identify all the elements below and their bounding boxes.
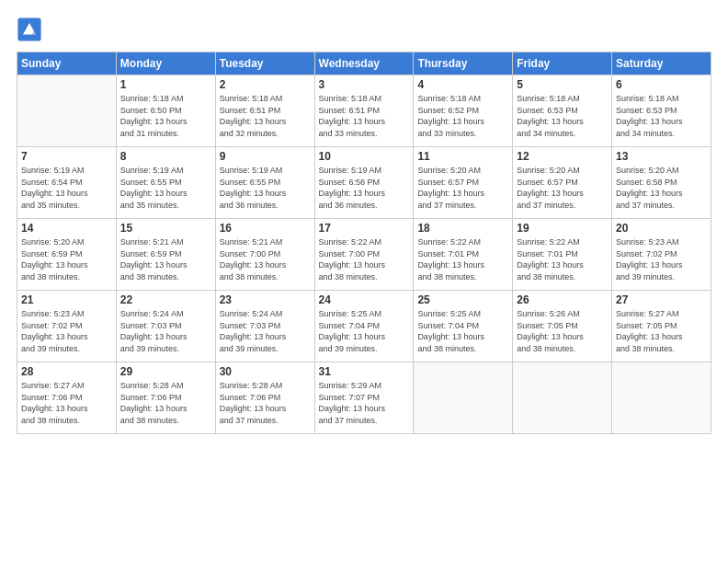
- day-info: Sunrise: 5:19 AMSunset: 6:55 PMDaylight:…: [220, 165, 311, 211]
- calendar-week-row: 7Sunrise: 5:19 AMSunset: 6:54 PMDaylight…: [17, 147, 711, 219]
- day-info: Sunrise: 5:20 AMSunset: 6:59 PMDaylight:…: [21, 236, 112, 282]
- day-number: 12: [517, 150, 608, 163]
- calendar-header-row: SundayMondayTuesdayWednesdayThursdayFrid…: [17, 52, 711, 75]
- calendar-cell: 26Sunrise: 5:26 AMSunset: 7:05 PMDayligh…: [513, 291, 612, 362]
- day-number: 1: [120, 78, 211, 91]
- calendar-cell: 24Sunrise: 5:25 AMSunset: 7:04 PMDayligh…: [314, 291, 414, 362]
- day-number: 22: [120, 293, 211, 306]
- day-number: 3: [319, 78, 410, 91]
- day-info: Sunrise: 5:19 AMSunset: 6:54 PMDaylight:…: [21, 165, 112, 211]
- day-info: Sunrise: 5:27 AMSunset: 7:06 PMDaylight:…: [21, 380, 112, 426]
- day-number: 28: [21, 365, 112, 378]
- day-number: 26: [517, 293, 608, 306]
- day-number: 29: [120, 365, 211, 378]
- calendar-cell: 4Sunrise: 5:18 AMSunset: 6:52 PMDaylight…: [414, 75, 513, 147]
- calendar-table: SundayMondayTuesdayWednesdayThursdayFrid…: [17, 52, 711, 434]
- day-number: 2: [220, 78, 311, 91]
- day-number: 24: [319, 293, 410, 306]
- day-info: Sunrise: 5:24 AMSunset: 7:03 PMDaylight:…: [220, 308, 311, 354]
- calendar-cell: 21Sunrise: 5:23 AMSunset: 7:02 PMDayligh…: [17, 291, 117, 362]
- calendar-cell: 3Sunrise: 5:18 AMSunset: 6:51 PMDaylight…: [314, 75, 414, 147]
- calendar-cell: 11Sunrise: 5:20 AMSunset: 6:57 PMDayligh…: [414, 147, 513, 219]
- day-header-friday: Friday: [513, 52, 612, 75]
- day-info: Sunrise: 5:24 AMSunset: 7:03 PMDaylight:…: [120, 308, 211, 354]
- calendar-cell: [17, 75, 117, 147]
- day-info: Sunrise: 5:18 AMSunset: 6:53 PMDaylight:…: [517, 93, 608, 139]
- calendar-cell: 30Sunrise: 5:28 AMSunset: 7:06 PMDayligh…: [215, 362, 314, 434]
- day-number: 23: [220, 293, 311, 306]
- day-info: Sunrise: 5:18 AMSunset: 6:52 PMDaylight:…: [417, 93, 508, 139]
- calendar-cell: 9Sunrise: 5:19 AMSunset: 6:55 PMDaylight…: [215, 147, 314, 219]
- calendar-cell: 25Sunrise: 5:25 AMSunset: 7:04 PMDayligh…: [414, 291, 513, 362]
- calendar-week-row: 14Sunrise: 5:20 AMSunset: 6:59 PMDayligh…: [17, 219, 711, 291]
- day-number: 20: [616, 222, 707, 235]
- day-info: Sunrise: 5:18 AMSunset: 6:50 PMDaylight:…: [120, 93, 211, 139]
- day-number: 9: [220, 150, 311, 163]
- day-header-wednesday: Wednesday: [314, 52, 414, 75]
- day-info: Sunrise: 5:20 AMSunset: 6:57 PMDaylight:…: [517, 165, 608, 211]
- day-header-tuesday: Tuesday: [215, 52, 314, 75]
- day-info: Sunrise: 5:19 AMSunset: 6:55 PMDaylight:…: [120, 165, 211, 211]
- day-info: Sunrise: 5:25 AMSunset: 7:04 PMDaylight:…: [417, 308, 508, 354]
- calendar-cell: 8Sunrise: 5:19 AMSunset: 6:55 PMDaylight…: [116, 147, 215, 219]
- calendar-cell: 16Sunrise: 5:21 AMSunset: 7:00 PMDayligh…: [215, 219, 314, 291]
- day-header-monday: Monday: [116, 52, 215, 75]
- day-header-saturday: Saturday: [612, 52, 711, 75]
- calendar-cell: 28Sunrise: 5:27 AMSunset: 7:06 PMDayligh…: [17, 362, 117, 434]
- day-info: Sunrise: 5:21 AMSunset: 7:00 PMDaylight:…: [220, 236, 311, 282]
- day-info: Sunrise: 5:22 AMSunset: 7:01 PMDaylight:…: [517, 236, 608, 282]
- day-info: Sunrise: 5:20 AMSunset: 6:57 PMDaylight:…: [417, 165, 508, 211]
- day-number: 11: [417, 150, 508, 163]
- day-number: 18: [417, 222, 508, 235]
- day-info: Sunrise: 5:20 AMSunset: 6:58 PMDaylight:…: [616, 165, 707, 211]
- calendar-cell: 7Sunrise: 5:19 AMSunset: 6:54 PMDaylight…: [17, 147, 117, 219]
- day-number: 31: [319, 365, 410, 378]
- day-info: Sunrise: 5:18 AMSunset: 6:53 PMDaylight:…: [616, 93, 707, 139]
- day-number: 5: [517, 78, 608, 91]
- day-info: Sunrise: 5:23 AMSunset: 7:02 PMDaylight:…: [616, 236, 707, 282]
- day-info: Sunrise: 5:29 AMSunset: 7:07 PMDaylight:…: [319, 380, 410, 426]
- day-number: 6: [616, 78, 707, 91]
- calendar-cell: [612, 362, 711, 434]
- day-info: Sunrise: 5:26 AMSunset: 7:05 PMDaylight:…: [517, 308, 608, 354]
- day-number: 30: [220, 365, 311, 378]
- day-number: 19: [517, 222, 608, 235]
- calendar-cell: 10Sunrise: 5:19 AMSunset: 6:56 PMDayligh…: [314, 147, 414, 219]
- day-number: 25: [417, 293, 508, 306]
- calendar-week-row: 21Sunrise: 5:23 AMSunset: 7:02 PMDayligh…: [17, 291, 711, 362]
- calendar-cell: 5Sunrise: 5:18 AMSunset: 6:53 PMDaylight…: [513, 75, 612, 147]
- calendar-week-row: 1Sunrise: 5:18 AMSunset: 6:50 PMDaylight…: [17, 75, 711, 147]
- day-number: 13: [616, 150, 707, 163]
- day-info: Sunrise: 5:21 AMSunset: 6:59 PMDaylight:…: [120, 236, 211, 282]
- day-info: Sunrise: 5:28 AMSunset: 7:06 PMDaylight:…: [220, 380, 311, 426]
- calendar-cell: [513, 362, 612, 434]
- calendar-cell: 31Sunrise: 5:29 AMSunset: 7:07 PMDayligh…: [314, 362, 414, 434]
- day-number: 14: [21, 222, 112, 235]
- day-number: 17: [319, 222, 410, 235]
- calendar-cell: [414, 362, 513, 434]
- page: SundayMondayTuesdayWednesdayThursdayFrid…: [0, 0, 728, 563]
- day-info: Sunrise: 5:18 AMSunset: 6:51 PMDaylight:…: [319, 93, 410, 139]
- calendar-cell: 18Sunrise: 5:22 AMSunset: 7:01 PMDayligh…: [414, 219, 513, 291]
- day-info: Sunrise: 5:22 AMSunset: 7:01 PMDaylight:…: [417, 236, 508, 282]
- day-info: Sunrise: 5:19 AMSunset: 6:56 PMDaylight:…: [319, 165, 410, 211]
- calendar-cell: 19Sunrise: 5:22 AMSunset: 7:01 PMDayligh…: [513, 219, 612, 291]
- day-info: Sunrise: 5:18 AMSunset: 6:51 PMDaylight:…: [220, 93, 311, 139]
- calendar-cell: 15Sunrise: 5:21 AMSunset: 6:59 PMDayligh…: [116, 219, 215, 291]
- header: [17, 17, 711, 42]
- day-number: 10: [319, 150, 410, 163]
- day-number: 4: [417, 78, 508, 91]
- day-info: Sunrise: 5:25 AMSunset: 7:04 PMDaylight:…: [319, 308, 410, 354]
- calendar-cell: 27Sunrise: 5:27 AMSunset: 7:05 PMDayligh…: [612, 291, 711, 362]
- day-header-thursday: Thursday: [414, 52, 513, 75]
- day-info: Sunrise: 5:27 AMSunset: 7:05 PMDaylight:…: [616, 308, 707, 354]
- day-number: 16: [220, 222, 311, 235]
- calendar-cell: 2Sunrise: 5:18 AMSunset: 6:51 PMDaylight…: [215, 75, 314, 147]
- calendar-cell: 23Sunrise: 5:24 AMSunset: 7:03 PMDayligh…: [215, 291, 314, 362]
- calendar-cell: 13Sunrise: 5:20 AMSunset: 6:58 PMDayligh…: [612, 147, 711, 219]
- calendar-cell: 17Sunrise: 5:22 AMSunset: 7:00 PMDayligh…: [314, 219, 414, 291]
- calendar-cell: 20Sunrise: 5:23 AMSunset: 7:02 PMDayligh…: [612, 219, 711, 291]
- day-number: 21: [21, 293, 112, 306]
- calendar-cell: 6Sunrise: 5:18 AMSunset: 6:53 PMDaylight…: [612, 75, 711, 147]
- day-info: Sunrise: 5:23 AMSunset: 7:02 PMDaylight:…: [21, 308, 112, 354]
